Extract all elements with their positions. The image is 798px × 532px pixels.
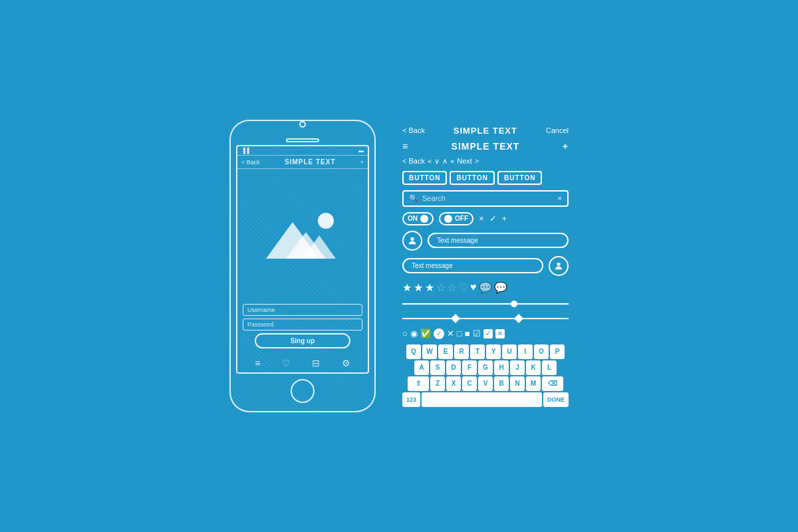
message-row-1: Text message bbox=[402, 231, 569, 251]
star-filled-2[interactable]: ★ bbox=[414, 281, 423, 294]
phone-username-field[interactable]: Username bbox=[243, 304, 362, 316]
key-t[interactable]: T bbox=[470, 344, 485, 359]
slider-2[interactable] bbox=[402, 314, 569, 323]
ui-button-2[interactable]: BUTTON bbox=[450, 171, 494, 185]
key-v[interactable]: V bbox=[478, 376, 493, 391]
key-d[interactable]: D bbox=[446, 360, 461, 375]
phone-password-field[interactable]: Password bbox=[243, 319, 362, 331]
key-u[interactable]: U bbox=[502, 344, 517, 359]
checkbox-checked-2[interactable]: ✓ bbox=[483, 329, 493, 338]
key-p[interactable]: P bbox=[550, 344, 565, 359]
message-bubble-2[interactable]: Text message bbox=[402, 258, 543, 273]
key-x[interactable]: X bbox=[446, 376, 461, 391]
toggle-cross[interactable]: × bbox=[479, 213, 484, 223]
key-o[interactable]: O bbox=[534, 344, 549, 359]
heart-filled[interactable]: ♥ bbox=[470, 281, 477, 293]
key-delete[interactable]: ⌫ bbox=[542, 376, 563, 391]
key-y[interactable]: Y bbox=[486, 344, 501, 359]
toolbar-back-btn[interactable]: < Back bbox=[402, 157, 425, 165]
message-bubble-1[interactable]: Text message bbox=[428, 233, 569, 248]
star-empty-2[interactable]: ☆ bbox=[448, 281, 457, 294]
key-n[interactable]: N bbox=[510, 376, 525, 391]
toggle-on[interactable]: ON bbox=[402, 212, 434, 225]
key-h[interactable]: H bbox=[494, 360, 509, 375]
slider-2-thumb-1[interactable] bbox=[451, 313, 460, 323]
ui-elements-panel: < Back SIMPLE TEXT Cancel ≡ SIMPLE TEXT … bbox=[402, 126, 569, 407]
key-shift[interactable]: ⇧ bbox=[408, 376, 429, 391]
toolbar-arrow-right[interactable]: > bbox=[475, 157, 479, 165]
checkbox-cross[interactable]: ✕ bbox=[495, 329, 505, 338]
chat-outline[interactable]: 💬 bbox=[479, 281, 492, 294]
key-z[interactable]: Z bbox=[430, 376, 445, 391]
phone-back-btn[interactable]: < Back bbox=[241, 159, 260, 166]
key-123[interactable]: 123 bbox=[402, 392, 420, 407]
search-clear-btn[interactable]: × bbox=[558, 194, 562, 202]
phone-settings-icon[interactable]: ⚙ bbox=[342, 358, 350, 368]
nav1-cancel-btn[interactable]: Cancel bbox=[546, 126, 569, 134]
slider-1-thumb[interactable] bbox=[511, 301, 517, 307]
phone-camera bbox=[299, 121, 306, 128]
phone-plus-btn[interactable]: + bbox=[360, 159, 364, 166]
phone-battery: ▬ bbox=[358, 148, 364, 154]
heart-outline[interactable]: ♡ bbox=[459, 281, 468, 294]
toolbar-chevron-down[interactable]: ∨ bbox=[434, 157, 440, 166]
star-empty-1[interactable]: ☆ bbox=[436, 281, 446, 294]
key-s[interactable]: S bbox=[430, 360, 445, 375]
key-e[interactable]: E bbox=[438, 344, 453, 359]
key-g[interactable]: G bbox=[478, 360, 493, 375]
square-empty[interactable]: □ bbox=[457, 329, 462, 338]
ui-button-1[interactable]: BUTTON bbox=[402, 171, 447, 185]
key-k[interactable]: K bbox=[526, 360, 541, 375]
star-filled-1[interactable]: ★ bbox=[402, 281, 412, 294]
key-f[interactable]: F bbox=[462, 360, 477, 375]
chat-filled[interactable]: 💬 bbox=[494, 281, 507, 294]
toolbar-double-right[interactable]: » bbox=[450, 157, 454, 165]
phone-bottom-nav: ≡ ♡ ⊟ ⚙ bbox=[237, 354, 368, 372]
phone-screen: ▐▐ ▬ < Back SIMPLE TEXT + bbox=[236, 145, 369, 374]
key-space[interactable] bbox=[422, 392, 542, 407]
key-i[interactable]: I bbox=[518, 344, 533, 359]
phone-heart-icon[interactable]: ♡ bbox=[282, 358, 291, 368]
search-bar[interactable]: 🔍 Search × bbox=[402, 190, 569, 207]
radio-empty-1[interactable]: ○ bbox=[402, 329, 408, 338]
phone-home-button[interactable] bbox=[291, 379, 315, 403]
toggle-off[interactable]: OFF bbox=[439, 212, 473, 225]
key-c[interactable]: C bbox=[462, 376, 477, 391]
keyboard: Q W E R T Y U I O P A S D F G H J K L bbox=[402, 344, 569, 407]
key-l[interactable]: L bbox=[542, 360, 557, 375]
key-w[interactable]: W bbox=[422, 344, 437, 359]
key-a[interactable]: A bbox=[414, 360, 429, 375]
check-circle-filled[interactable]: ✓ bbox=[434, 329, 444, 339]
slider-1[interactable] bbox=[402, 299, 569, 309]
hamburger-icon[interactable]: ≡ bbox=[402, 141, 408, 152]
toolbar-chevron-up[interactable]: ∧ bbox=[442, 157, 448, 166]
slider-2-thumb-2[interactable] bbox=[514, 313, 523, 323]
key-r[interactable]: R bbox=[454, 344, 469, 359]
radio-filled-1[interactable]: ◉ bbox=[410, 329, 418, 338]
toolbar-double-left[interactable]: « bbox=[428, 157, 432, 165]
toggle-plus[interactable]: + bbox=[502, 213, 507, 223]
star-filled-3[interactable]: ★ bbox=[425, 281, 434, 294]
nav1-back-btn[interactable]: < Back bbox=[402, 126, 425, 134]
phone-signup-btn[interactable]: Sing up bbox=[255, 333, 350, 348]
toolbar-next-btn[interactable]: Next bbox=[457, 157, 472, 165]
cross-icon[interactable]: ✕ bbox=[447, 329, 454, 338]
check-circle[interactable]: ✅ bbox=[420, 329, 431, 338]
search-placeholder: Search bbox=[422, 194, 554, 202]
nav2-title: SIMPLE TEXT bbox=[452, 141, 520, 152]
svg-point-0 bbox=[318, 213, 334, 229]
checkbox-checked[interactable]: ☑ bbox=[473, 329, 481, 338]
toggle-check[interactable]: ✓ bbox=[489, 213, 497, 223]
phone-note-icon[interactable]: ⊟ bbox=[312, 358, 320, 368]
nav2-plus-btn[interactable]: + bbox=[563, 141, 569, 152]
ui-button-3[interactable]: BUTTON bbox=[497, 171, 542, 185]
key-q[interactable]: Q bbox=[406, 344, 421, 359]
svg-point-4 bbox=[410, 237, 414, 240]
key-j[interactable]: J bbox=[510, 360, 525, 375]
key-done[interactable]: DONE bbox=[543, 392, 569, 407]
key-m[interactable]: M bbox=[526, 376, 541, 391]
phone-menu-icon[interactable]: ≡ bbox=[255, 358, 260, 368]
key-b[interactable]: B bbox=[494, 376, 509, 391]
keyboard-row-1: Q W E R T Y U I O P bbox=[402, 344, 569, 359]
square-filled[interactable]: ■ bbox=[465, 329, 470, 338]
